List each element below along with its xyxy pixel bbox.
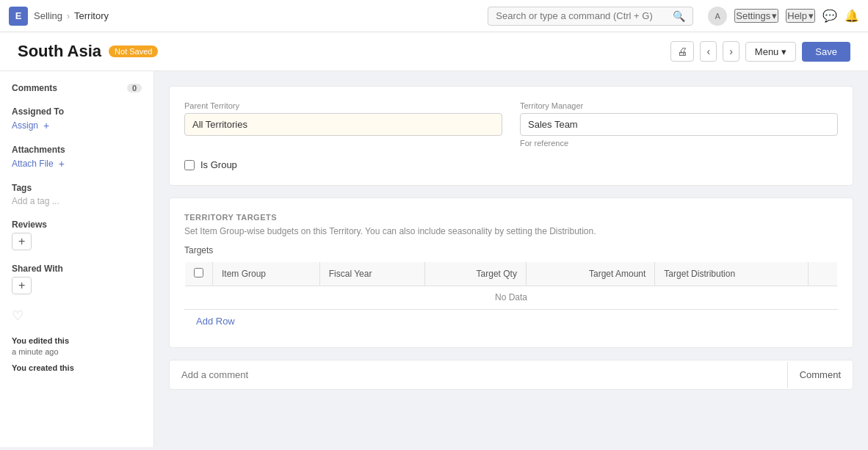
- bell-icon[interactable]: 🔔: [845, 9, 859, 23]
- territory-manager-group: Territory Manager For reference: [520, 101, 838, 148]
- table-body: No Data: [185, 286, 838, 309]
- assigned-to-label: Assigned To: [12, 106, 142, 117]
- parent-territory-label: Parent Territory: [184, 101, 502, 110]
- comments-count: 0: [127, 84, 142, 92]
- sidebar-attachments: Attachments Attach File +: [12, 145, 142, 170]
- parent-territory-group: Parent Territory: [184, 101, 502, 148]
- search-bar[interactable]: 🔍: [488, 7, 693, 26]
- section-title: TERRITORY TARGETS: [184, 213, 838, 222]
- help-button[interactable]: Help ▾: [786, 9, 815, 23]
- tags-label: Tags: [12, 183, 142, 193]
- reviews-label: Reviews: [12, 219, 142, 230]
- targets-table: Item Group Fiscal Year Target Qty Target…: [184, 261, 838, 309]
- comment-button[interactable]: Comment: [787, 362, 853, 388]
- sidebar: Comments 0 Assigned To Assign + Attachme…: [0, 71, 154, 447]
- search-icon: 🔍: [673, 10, 685, 22]
- topnav: E Selling › Territory 🔍 A Settings ▾ Hel…: [0, 0, 868, 32]
- prev-button[interactable]: ‹: [700, 41, 717, 62]
- territory-manager-input[interactable]: [520, 113, 838, 136]
- select-all-checkbox[interactable]: [194, 268, 203, 277]
- sidebar-reviews: Reviews +: [12, 219, 142, 250]
- sidebar-shared-with: Shared With +: [12, 264, 142, 294]
- main-layout: Comments 0 Assigned To Assign + Attachme…: [0, 71, 868, 447]
- add-tag-input[interactable]: Add a tag ...: [12, 196, 142, 206]
- status-badge: Not Saved: [109, 46, 158, 57]
- item-group-header: Item Group: [213, 262, 320, 286]
- table-header: Item Group Fiscal Year Target Qty Target…: [185, 262, 838, 286]
- target-distribution-header: Target Distribution: [655, 262, 809, 286]
- avatar: A: [708, 7, 727, 26]
- activity-time-1: a minute ago: [12, 347, 59, 356]
- checkbox-column-header: [185, 262, 213, 286]
- section-desc: Set Item Group-wise budgets on this Terr…: [184, 226, 838, 236]
- comment-input[interactable]: [170, 360, 787, 389]
- search-input[interactable]: [496, 10, 668, 21]
- activity-item-2: You created this: [12, 363, 142, 374]
- chat-icon[interactable]: 💬: [822, 9, 837, 23]
- sidebar-assigned-to: Assigned To Assign +: [12, 106, 142, 131]
- breadcrumb-selling[interactable]: Selling: [34, 10, 62, 21]
- next-button[interactable]: ›: [723, 41, 739, 62]
- comment-card: Comment: [169, 360, 853, 390]
- page-header: South Asia Not Saved 🖨 ‹ › Menu ▾ Save: [0, 32, 868, 71]
- target-amount-header: Target Amount: [526, 262, 654, 286]
- attachments-label: Attachments: [12, 145, 142, 155]
- action-column-header: [809, 262, 838, 286]
- assign-plus-icon[interactable]: +: [43, 120, 49, 131]
- attach-file-link[interactable]: Attach File +: [12, 158, 142, 170]
- page-actions: 🖨 ‹ › Menu ▾ Save: [670, 41, 850, 62]
- is-group-checkbox[interactable]: [184, 160, 195, 170]
- page-title: South Asia: [18, 42, 101, 61]
- sidebar-tags: Tags Add a tag ...: [12, 183, 142, 206]
- activity-item-1: You edited this a minute ago: [12, 335, 142, 358]
- is-group-row: Is Group: [184, 159, 838, 170]
- breadcrumb-chevron-1: ›: [67, 11, 70, 21]
- target-qty-header: Target Qty: [425, 262, 527, 286]
- for-reference-label: For reference: [520, 139, 838, 148]
- main-content: Parent Territory Territory Manager For r…: [154, 71, 868, 447]
- territory-manager-label: Territory Manager: [520, 101, 838, 110]
- add-review-button[interactable]: +: [12, 233, 32, 250]
- sidebar-comments: Comments 0: [12, 83, 142, 93]
- page-title-area: South Asia Not Saved: [18, 42, 158, 61]
- breadcrumb: Selling › Territory: [34, 10, 109, 21]
- nav-right: A Settings ▾ Help ▾ 💬 🔔: [708, 7, 859, 26]
- settings-button[interactable]: Settings ▾: [734, 9, 778, 23]
- is-group-label: Is Group: [200, 159, 237, 170]
- print-button[interactable]: 🖨: [670, 41, 694, 62]
- targets-card: TERRITORY TARGETS Set Item Group-wise bu…: [169, 197, 853, 348]
- no-data-cell: No Data: [185, 286, 838, 309]
- form-row-1: Parent Territory Territory Manager For r…: [184, 101, 838, 148]
- breadcrumb-territory[interactable]: Territory: [74, 10, 109, 21]
- heart-icon[interactable]: ♡: [12, 308, 23, 323]
- targets-label: Targets: [184, 245, 838, 255]
- shared-with-label: Shared With: [12, 264, 142, 274]
- assign-link[interactable]: Assign +: [12, 120, 142, 131]
- save-button[interactable]: Save: [802, 42, 850, 62]
- attach-plus-icon[interactable]: +: [59, 158, 65, 170]
- menu-button[interactable]: Menu ▾: [745, 42, 797, 62]
- add-row-button[interactable]: Add Row: [184, 309, 838, 333]
- sidebar-actions: ♡: [12, 308, 142, 324]
- add-shared-button[interactable]: +: [12, 277, 32, 294]
- no-data-row: No Data: [185, 286, 838, 309]
- app-logo: E: [9, 7, 28, 26]
- parent-territory-input[interactable]: [184, 113, 502, 136]
- comments-label: Comments 0: [12, 83, 142, 93]
- fiscal-year-header: Fiscal Year: [319, 262, 424, 286]
- form-card: Parent Territory Territory Manager For r…: [169, 86, 853, 186]
